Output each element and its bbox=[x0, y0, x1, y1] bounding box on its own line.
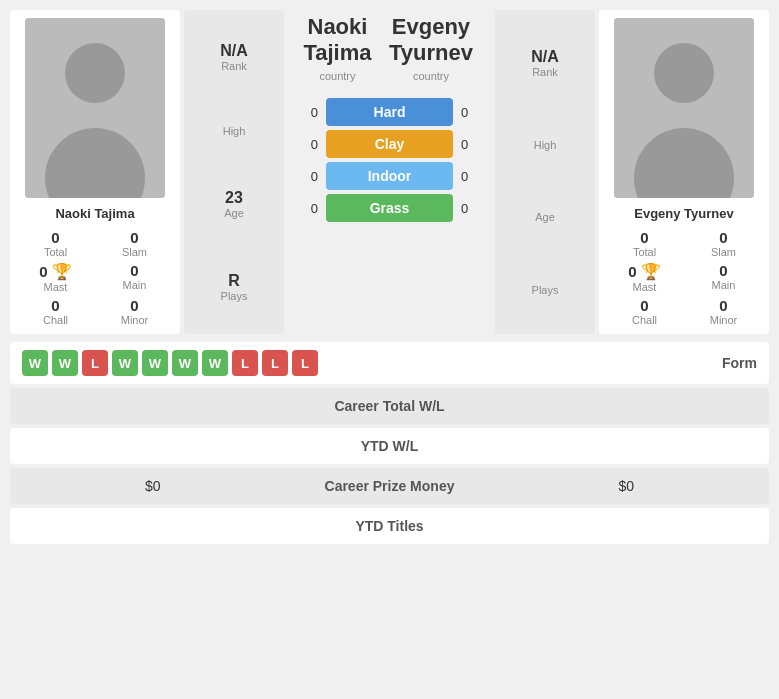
player2-slam-label: Slam bbox=[686, 246, 761, 258]
player2-age-label: Age bbox=[535, 211, 555, 223]
grass-surface-row: 0 Grass 0 bbox=[288, 194, 491, 222]
player1-stats-grid: 0 Total 0 Slam 0 🏆 Mast bbox=[18, 229, 172, 326]
player2-mast-cell: 0 🏆 Mast bbox=[607, 262, 682, 293]
career-prize-left: $0 bbox=[26, 478, 280, 494]
indoor-right-val: 0 bbox=[461, 169, 491, 184]
names-row: Naoki Tajima country Evgeny Tyurnev coun… bbox=[288, 10, 491, 94]
career-prize-row: $0 Career Prize Money $0 bbox=[10, 468, 769, 504]
player1-mid-stats: N/A Rank High 23 Age R Plays bbox=[184, 10, 284, 334]
player1-plays-value: R bbox=[221, 272, 248, 290]
player1-high-label: High bbox=[223, 125, 246, 137]
player1-slam-value: 0 bbox=[97, 229, 172, 246]
player2-name: Evgeny Tyurnev bbox=[634, 206, 733, 221]
player1-trophy-icon: 🏆 bbox=[52, 262, 72, 281]
player2-minor-label: Minor bbox=[686, 314, 761, 326]
player1-slam-label: Slam bbox=[97, 246, 172, 258]
player2-mast-value: 0 bbox=[628, 263, 636, 280]
player2-chall-label: Chall bbox=[607, 314, 682, 326]
player1-name: Naoki Tajima bbox=[55, 206, 134, 221]
player1-age-label: Age bbox=[224, 207, 244, 219]
indoor-button[interactable]: Indoor bbox=[326, 162, 453, 190]
player1-main-cell: 0 Main bbox=[97, 262, 172, 293]
player2-total-cell: 0 Total bbox=[607, 229, 682, 258]
player1-main-value: 0 bbox=[97, 262, 172, 279]
ytd-wl-row: YTD W/L bbox=[10, 428, 769, 464]
player2-slam-value: 0 bbox=[686, 229, 761, 246]
indoor-surface-row: 0 Indoor 0 bbox=[288, 162, 491, 190]
player1-plays-stat: R Plays bbox=[221, 272, 248, 302]
player1-rank-label: Rank bbox=[220, 60, 248, 72]
clay-button[interactable]: Clay bbox=[326, 130, 453, 158]
player2-card: Evgeny Tyurnev 0 Total 0 Slam 0 🏆 bbox=[599, 10, 769, 334]
hard-button[interactable]: Hard bbox=[326, 98, 453, 126]
player2-high-label: High bbox=[534, 139, 557, 151]
player2-main-cell: 0 Main bbox=[686, 262, 761, 293]
player1-chall-label: Chall bbox=[18, 314, 93, 326]
player2-age-stat: Age bbox=[535, 211, 555, 223]
player1-high-stat: High bbox=[223, 125, 246, 137]
player2-main-value: 0 bbox=[686, 262, 761, 279]
hard-left-val: 0 bbox=[288, 105, 318, 120]
player1-total-value: 0 bbox=[18, 229, 93, 246]
player2-main-label: Main bbox=[686, 279, 761, 291]
player2-header: Evgeny Tyurnev country bbox=[379, 14, 483, 90]
player2-header-name: Evgeny Tyurnev bbox=[379, 14, 483, 66]
clay-surface-row: 0 Clay 0 bbox=[288, 130, 491, 158]
player2-avatar bbox=[614, 18, 754, 198]
ytd-titles-row: YTD Titles bbox=[10, 508, 769, 544]
player2-rank-label: Rank bbox=[531, 66, 559, 78]
player2-mast-label: Mast bbox=[607, 281, 682, 293]
form-badge-w: W bbox=[202, 350, 228, 376]
player1-rank-stat: N/A Rank bbox=[220, 42, 248, 72]
form-badge-w: W bbox=[52, 350, 78, 376]
ytd-wl-label: YTD W/L bbox=[280, 438, 500, 454]
career-prize-right: $0 bbox=[500, 478, 754, 494]
player1-header-name: Naoki Tajima bbox=[296, 14, 379, 66]
clay-right-val: 0 bbox=[461, 137, 491, 152]
form-badge-w: W bbox=[22, 350, 48, 376]
player2-plays-stat: Plays bbox=[532, 284, 559, 296]
player2-high-stat: High bbox=[534, 139, 557, 151]
indoor-left-val: 0 bbox=[288, 169, 318, 184]
player2-rank-value: N/A bbox=[531, 48, 559, 66]
grass-button[interactable]: Grass bbox=[326, 194, 453, 222]
player1-plays-label: Plays bbox=[221, 290, 248, 302]
player2-country: country bbox=[379, 70, 483, 82]
hard-right-val: 0 bbox=[461, 105, 491, 120]
player1-main-label: Main bbox=[97, 279, 172, 291]
form-badge-l: L bbox=[82, 350, 108, 376]
player1-age-stat: 23 Age bbox=[224, 189, 244, 219]
clay-left-val: 0 bbox=[288, 137, 318, 152]
form-badges: WWLWWWWLLL bbox=[22, 350, 318, 376]
player1-minor-cell: 0 Minor bbox=[97, 297, 172, 326]
svg-point-4 bbox=[654, 43, 714, 103]
player1-slam-cell: 0 Slam bbox=[97, 229, 172, 258]
player2-trophy-icon: 🏆 bbox=[641, 262, 661, 281]
career-prize-label: Career Prize Money bbox=[280, 478, 500, 494]
player2-minor-value: 0 bbox=[686, 297, 761, 314]
svg-point-1 bbox=[65, 43, 125, 103]
player1-card: Naoki Tajima 0 Total 0 Slam 0 🏆 bbox=[10, 10, 180, 334]
player1-chall-cell: 0 Chall bbox=[18, 297, 93, 326]
player1-country: country bbox=[296, 70, 379, 82]
player1-chall-value: 0 bbox=[18, 297, 93, 314]
player1-total-label: Total bbox=[18, 246, 93, 258]
career-wl-row: Career Total W/L bbox=[10, 388, 769, 424]
player2-minor-cell: 0 Minor bbox=[686, 297, 761, 326]
player1-avatar bbox=[25, 18, 165, 198]
player2-plays-label: Plays bbox=[532, 284, 559, 296]
player2-total-label: Total bbox=[607, 246, 682, 258]
player2-mid-stats: N/A Rank High Age Plays bbox=[495, 10, 595, 334]
grass-left-val: 0 bbox=[288, 201, 318, 216]
form-badge-w: W bbox=[112, 350, 138, 376]
player1-mast-value: 0 bbox=[39, 263, 47, 280]
player1-header: Naoki Tajima country bbox=[296, 14, 379, 90]
form-badge-l: L bbox=[232, 350, 258, 376]
player1-mast-cell: 0 🏆 Mast bbox=[18, 262, 93, 293]
player1-minor-value: 0 bbox=[97, 297, 172, 314]
grass-right-val: 0 bbox=[461, 201, 491, 216]
form-badge-w: W bbox=[172, 350, 198, 376]
player1-age-value: 23 bbox=[224, 189, 244, 207]
player1-rank-value: N/A bbox=[220, 42, 248, 60]
form-badge-l: L bbox=[292, 350, 318, 376]
